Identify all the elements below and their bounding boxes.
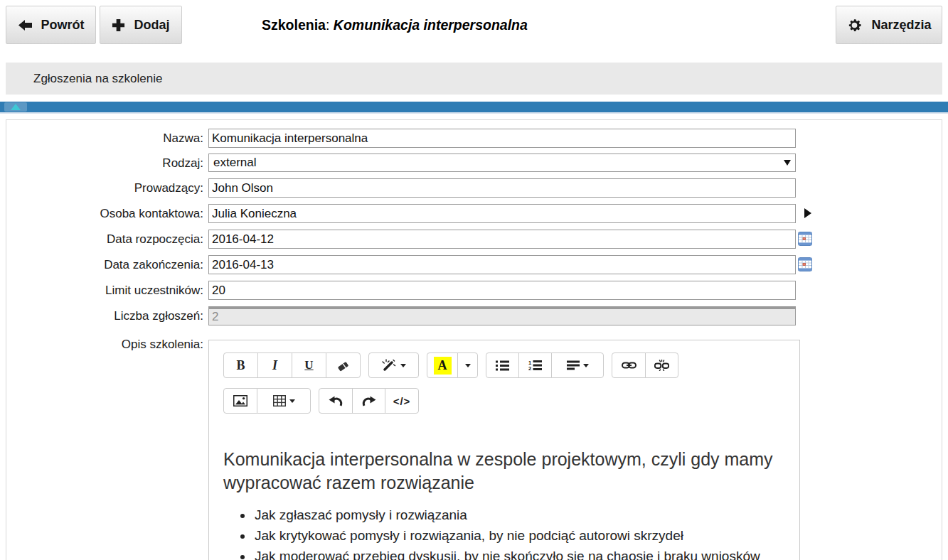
magic-wand-icon — [381, 359, 397, 372]
editor-content[interactable]: Komunikacja interpersonalna w zespole pr… — [209, 414, 801, 560]
ordered-list-button[interactable]: 1 2 — [518, 352, 552, 378]
history-group: </> — [319, 388, 419, 414]
plus-icon — [112, 18, 125, 32]
calendar-icon — [798, 257, 812, 271]
style-button-group: B I U — [223, 352, 361, 378]
svg-text:2: 2 — [528, 365, 531, 371]
applications-input — [208, 306, 796, 325]
start-date-input[interactable] — [208, 230, 796, 249]
form-row-end-date: Data zakończenia: — [6, 255, 942, 274]
type-select[interactable]: external — [208, 154, 796, 172]
tools-button[interactable]: Narzędzia — [836, 6, 942, 44]
link-button[interactable] — [612, 352, 646, 378]
bold-button[interactable]: B — [223, 352, 258, 378]
table-icon — [273, 395, 286, 406]
form-row-applications: Liczba zgłoszeń: — [6, 306, 942, 325]
end-date-calendar-button[interactable] — [798, 257, 812, 271]
magic-style-button[interactable] — [368, 352, 419, 378]
end-date-label: Data zakończenia: — [6, 255, 203, 274]
editor-toolbar-row1: B I U — [223, 352, 686, 378]
paragraph-align-icon — [567, 360, 580, 370]
trainer-input[interactable] — [208, 178, 796, 198]
applications-label: Liczba zgłoszeń: — [6, 306, 203, 325]
unordered-list-button[interactable] — [486, 352, 519, 378]
italic-button[interactable]: I — [257, 352, 292, 378]
form-row-start-date: Data rozpoczęcia: — [6, 230, 942, 249]
redo-button[interactable] — [352, 388, 385, 414]
trainer-label: Prowadzący: — [6, 178, 203, 198]
link-icon — [622, 361, 637, 370]
page-title-separator: : — [326, 17, 334, 33]
description-bullet-list: Jak zgłaszać pomysły i rozwiązania Jak k… — [223, 505, 787, 560]
page-title-item: Komunikacja interpersonalna — [334, 17, 528, 33]
font-color-icon: A — [434, 357, 452, 375]
insert-group — [223, 388, 311, 414]
unlink-icon — [654, 360, 669, 371]
description-label: Opis szkolenia: — [6, 335, 203, 354]
limit-label: Limit uczestników: — [6, 281, 203, 300]
unordered-list-icon — [496, 360, 509, 371]
gear-icon — [846, 17, 863, 33]
type-label: Rodzaj: — [6, 154, 203, 173]
bullet-item: Jak moderować przebieg dyskusji, by nie … — [253, 546, 787, 560]
ordered-list-icon: 1 2 — [528, 360, 542, 371]
form-row-type: Rodzaj: external — [6, 154, 942, 173]
eraser-icon — [336, 360, 350, 372]
add-button[interactable]: Dodaj — [100, 6, 182, 44]
description-editor: B I U — [208, 340, 800, 560]
contact-label: Osoba kontaktowa: — [6, 204, 203, 223]
undo-button[interactable] — [319, 388, 353, 414]
undo-icon — [329, 395, 343, 406]
unlink-button[interactable] — [645, 352, 678, 378]
form-row-name: Nazwa: — [6, 129, 942, 148]
collapse-bar[interactable] — [0, 102, 948, 114]
start-date-label: Data rozpoczęcia: — [6, 230, 203, 249]
app: { "header": { "back": "Powrót", "add": "… — [0, 0, 948, 560]
back-button[interactable]: Powrót — [6, 6, 96, 44]
section-tab-zgloszenia[interactable]: Zgłoszenia na szkolenie — [6, 63, 942, 95]
end-date-input[interactable] — [208, 255, 796, 274]
caret-down-icon — [465, 364, 471, 367]
name-input[interactable] — [208, 129, 796, 148]
contact-expand-arrow-icon[interactable] — [804, 208, 811, 218]
description-heading: Komunikacja interpersonalna w zespole pr… — [223, 448, 787, 495]
start-date-calendar-button[interactable] — [798, 232, 812, 246]
select-dropdown-icon — [784, 160, 791, 166]
name-label: Nazwa: — [6, 129, 203, 148]
font-color-group: A — [427, 352, 478, 378]
bullet-item: Jak krytykować pomysły i rozwiązania, by… — [253, 525, 787, 546]
triangle-up-icon — [11, 104, 21, 110]
form-row-trainer: Prowadzący: — [6, 178, 942, 198]
caret-down-icon — [583, 364, 589, 367]
arrow-left-icon — [18, 18, 33, 32]
insert-image-button[interactable] — [223, 388, 257, 414]
collapse-toggle[interactable] — [4, 102, 27, 112]
clear-format-button[interactable] — [326, 352, 361, 378]
training-form-panel: Nazwa: Rodzaj: external Prowadzący: Osob… — [6, 119, 942, 560]
image-icon — [233, 395, 247, 406]
link-group — [612, 352, 678, 378]
tools-button-label: Narzędzia — [871, 18, 931, 33]
back-button-label: Powrót — [41, 18, 85, 33]
type-select-value: external — [213, 156, 256, 170]
section-tab-label: Zgłoszenia na szkolenie — [33, 72, 162, 86]
page-title-section: Szkolenia — [262, 17, 326, 33]
editor-toolbar-row2: </> — [223, 388, 427, 414]
paragraph-align-button[interactable] — [551, 352, 604, 378]
insert-table-button[interactable] — [257, 388, 311, 414]
font-color-dropdown-button[interactable] — [457, 352, 478, 378]
redo-icon — [362, 395, 376, 406]
bullet-item: Jak zgłaszać pomysły i rozwiązania — [253, 505, 787, 525]
limit-input[interactable] — [208, 281, 796, 300]
font-color-button[interactable]: A — [427, 352, 458, 378]
codeview-button[interactable]: </> — [385, 388, 419, 414]
add-button-label: Dodaj — [134, 18, 169, 33]
calendar-icon — [798, 232, 812, 246]
page-title: Szkolenia: Komunikacja interpersonalna — [262, 17, 528, 33]
magic-style-group — [368, 352, 419, 378]
caret-down-icon — [289, 399, 295, 403]
form-row-contact: Osoba kontaktowa: — [6, 204, 942, 223]
contact-input[interactable] — [208, 204, 796, 223]
form-row-limit: Limit uczestników: — [6, 281, 942, 300]
underline-button[interactable]: U — [292, 352, 326, 378]
